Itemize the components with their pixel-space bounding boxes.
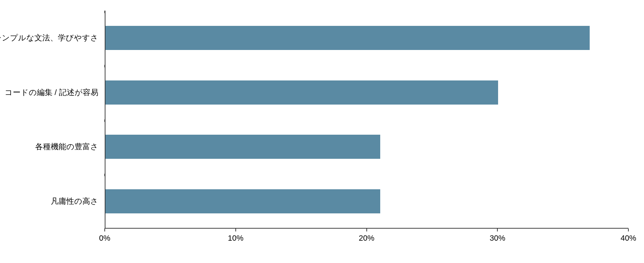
y-tick — [104, 119, 105, 122]
bar — [105, 80, 498, 105]
plot-area: 0%10%20%30%40%シンプルな文法、学びやすさコードの編集 / 記述が容… — [105, 11, 628, 229]
y-tick — [104, 65, 105, 67]
x-tick-label: 10% — [228, 234, 244, 243]
x-tick-label: 0% — [99, 234, 110, 243]
y-tick — [104, 228, 105, 231]
x-tick-label: 30% — [490, 234, 505, 243]
bar — [105, 26, 590, 50]
chart-container: 0%10%20%30%40%シンプルな文法、学びやすさコードの編集 / 記述が容… — [0, 0, 644, 263]
category-label: 各種機能の豊富さ — [35, 141, 105, 152]
x-tick — [628, 229, 629, 231]
category-label: シンプルな文法、学びやすさ — [0, 33, 105, 43]
x-tick-label: 20% — [359, 234, 374, 243]
bar — [105, 135, 380, 159]
x-tick — [366, 229, 367, 231]
y-tick — [104, 174, 105, 176]
category-label: 凡庸性の高さ — [51, 196, 105, 207]
category-label: コードの編集 / 記述が容易 — [5, 87, 105, 98]
x-tick-label: 40% — [621, 234, 636, 243]
x-tick — [497, 229, 498, 231]
y-tick — [104, 11, 105, 13]
bar — [105, 189, 380, 213]
x-tick — [235, 229, 236, 231]
